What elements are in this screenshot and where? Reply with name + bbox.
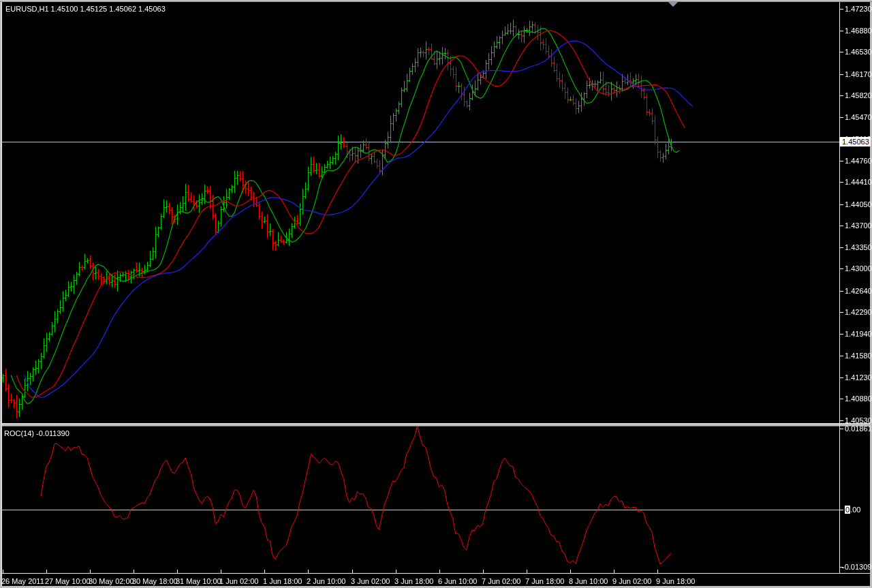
mt4-chart-window: EURUSD,H1 1.45100 1.45125 1.45062 1.4506… <box>0 0 872 588</box>
price-chart-canvas[interactable] <box>0 0 872 588</box>
